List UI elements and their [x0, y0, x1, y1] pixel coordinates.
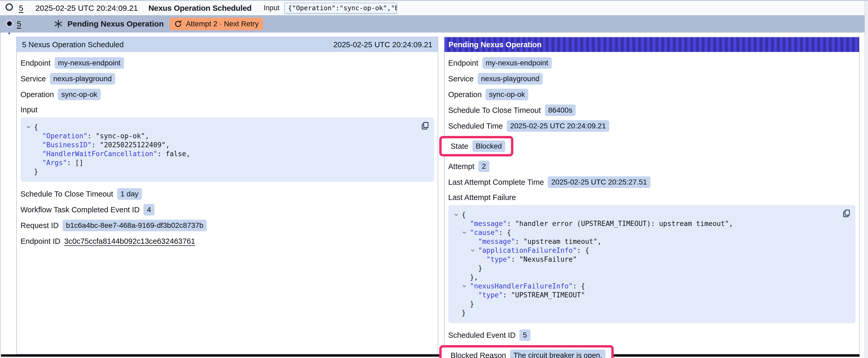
collapse-chevron-icon[interactable]: [470, 246, 478, 255]
last-attempt-failure-label: Last Attempt Failure: [448, 193, 856, 202]
json-line: "nexusHandlerFailureInfo": {: [454, 282, 837, 291]
temporal-event-history-screen: 5 2025-02-25 UTC 20:24:09.21 Nexus Opera…: [0, 0, 868, 358]
json-line: }: [454, 308, 837, 317]
pending-operation-header-title: Pending Nexus Operation: [448, 40, 542, 49]
endpoint-id-label: Endpoint ID: [21, 237, 60, 246]
json-line: },: [454, 273, 837, 282]
pending-schedule-to-close-timeout-label: Schedule To Close Timeout: [448, 106, 541, 115]
collapse-chevron-icon[interactable]: [26, 123, 34, 131]
field-row-scheduled-event-id: Scheduled Event ID5: [448, 329, 856, 341]
pending-operation-row[interactable]: 5 Pending Nexus Operation Attempt 2 · Ne…: [0, 15, 865, 33]
event-detail-fields-bottom: Schedule To Close Timeout1 dayWorkflow T…: [21, 188, 434, 247]
service-value: nexus-playground: [50, 73, 115, 85]
scrollbar[interactable]: [865, 1, 868, 358]
copy-icon: [420, 127, 430, 131]
state-highlight-box: StateBlocked: [439, 136, 513, 156]
request-id-label: Request ID: [21, 221, 59, 230]
blocked-reason-label: Blocked Reason: [451, 351, 506, 358]
input-section-label: Input: [21, 105, 434, 114]
json-line: "message": "upstream timeout",: [454, 237, 837, 246]
copy-button[interactable]: [420, 121, 430, 130]
pending-operation-header: Pending Nexus Operation: [444, 37, 859, 52]
endpoint-value: my-nexus-endpoint: [55, 57, 124, 69]
pending-operation-label: Operation: [448, 90, 482, 99]
json-line: "cause": {: [454, 228, 837, 237]
event-timestamp: 2025-02-25 UTC 20:24:09.21: [35, 4, 138, 12]
pending-operation-title: Pending Nexus Operation: [67, 20, 164, 28]
input-preview-chip[interactable]: {"Operation":"sync-op-ok","BusinessID":"…: [284, 3, 397, 14]
json-line: "Operation": "sync-op-ok",: [26, 131, 415, 140]
pending-endpoint-label: Endpoint: [448, 59, 478, 67]
field-row-last-attempt-complete-time: Last Attempt Complete Time2025-02-25 UTC…: [448, 176, 856, 188]
last-attempt-complete-time-label: Last Attempt Complete Time: [448, 178, 544, 187]
json-line: "message": "handler error (UPSTREAM_TIME…: [454, 219, 837, 228]
event-detail-header-timestamp: 2025-02-25 UTC 20:24:09.21: [333, 40, 432, 49]
pending-operation-fields-bottom: Scheduled Event ID5Blocked ReasonThe cir…: [448, 329, 856, 358]
pending-operation-panel: Pending Nexus Operation Endpointmy-nexus…: [444, 37, 860, 354]
json-line: {: [26, 123, 415, 131]
field-row-endpoint-id: Endpoint ID3c0c75ccfa8144b092c13ce632463…: [21, 235, 434, 247]
collapse-chevron-icon[interactable]: [454, 210, 462, 219]
field-row-state: StateBlocked: [448, 136, 856, 156]
event-summary-row[interactable]: 5 2025-02-25 UTC 20:24:09.21 Nexus Opera…: [0, 1, 865, 15]
pending-operation-fields: Endpointmy-nexus-endpointServicenexus-pl…: [448, 57, 856, 188]
retry-badge-label: Attempt 2 · Next Retry: [186, 20, 258, 28]
schedule-to-close-timeout-label: Schedule To Close Timeout: [21, 190, 113, 198]
schedule-to-close-timeout-value: 1 day: [117, 188, 142, 200]
bottom-divider: [1, 354, 860, 357]
input-json-block: { "Operation": "sync-op-ok", "BusinessID…: [21, 117, 434, 182]
copy-button[interactable]: [842, 209, 851, 218]
field-row-service: Servicenexus-playground: [21, 73, 434, 85]
json-line: "type": "UPSTREAM_TIMEOUT": [454, 291, 837, 299]
blocked-reason-highlight-box: Blocked ReasonThe circuit breaker is ope…: [439, 345, 614, 358]
scheduled-time-label: Scheduled Time: [448, 122, 503, 130]
field-row-pending-schedule-to-close-timeout: Schedule To Close Timeout86400s: [448, 104, 856, 116]
json-line: "type": "NexusFailure": [454, 255, 837, 264]
retry-badge: Attempt 2 · Next Retry: [169, 18, 263, 30]
field-row-scheduled-time: Scheduled Time2025-02-25 UTC 20:24:09.21: [448, 120, 856, 132]
endpoint-id-value[interactable]: 3c0c75ccfa8144b092c13ce632463761: [64, 237, 195, 246]
pending-service-value: nexus-playground: [477, 73, 543, 85]
json-line: "applicationFailureInfo": {: [454, 246, 837, 255]
operation-label: Operation: [21, 90, 54, 99]
field-row-pending-endpoint: Endpointmy-nexus-endpoint: [448, 57, 856, 69]
collapse-chevron-icon[interactable]: [462, 228, 470, 237]
pending-asterisk-icon: [53, 19, 63, 29]
json-line: }: [26, 167, 415, 176]
pending-operation-value: sync-op-ok: [486, 89, 528, 100]
json-line: "HandlerWaitForCancellation": false,: [26, 149, 415, 158]
pending-service-label: Service: [448, 74, 474, 83]
state-value: Blocked: [472, 140, 505, 152]
endpoint-label: Endpoint: [21, 59, 51, 67]
field-row-operation: Operationsync-op-ok: [21, 89, 434, 100]
event-detail-panel: 5 Nexus Operation Scheduled 2025-02-25 U…: [16, 37, 438, 354]
json-line: "BusinessID": "20250225122409",: [26, 140, 415, 149]
event-id-link[interactable]: 5: [19, 4, 23, 12]
event-detail-fields-top: Endpointmy-nexus-endpointServicenexus-pl…: [21, 57, 434, 100]
pending-endpoint-value: my-nexus-endpoint: [482, 57, 552, 69]
json-line: }: [454, 264, 837, 273]
operation-value: sync-op-ok: [58, 89, 101, 100]
last-attempt-complete-time-value: 2025-02-25 UTC 20:25:27.51: [548, 176, 650, 188]
pending-event-id-link[interactable]: 5: [17, 20, 21, 28]
left-border: [0, 1, 1, 358]
failure-json-lines: { "message": "handler error (UPSTREAM_TI…: [454, 210, 837, 317]
attempt-label: Attempt: [448, 162, 474, 171]
blocked-reason-value: The circuit breaker is open.: [510, 350, 606, 358]
field-row-request-id: Request IDb1c6a4bc-8ee7-468a-9169-df3b02…: [21, 220, 434, 231]
scheduled-event-id-label: Scheduled Event ID: [448, 331, 516, 339]
request-id-value: b1c6a4bc-8ee7-468a-9169-df3b02c8737b: [63, 220, 207, 231]
input-json-lines: { "Operation": "sync-op-ok", "BusinessID…: [26, 123, 415, 176]
field-row-attempt: Attempt2: [448, 161, 856, 172]
timeline-node-open-icon[interactable]: [5, 3, 13, 11]
json-line: }: [454, 299, 837, 308]
pending-schedule-to-close-timeout-value: 86400s: [545, 104, 576, 116]
scheduled-time-value: 2025-02-25 UTC 20:24:09.21: [507, 120, 609, 132]
attempt-value: 2: [478, 161, 490, 172]
event-detail-header-title: 5 Nexus Operation Scheduled: [22, 40, 124, 49]
field-row-pending-operation: Operationsync-op-ok: [448, 89, 856, 100]
input-label: Input: [264, 4, 280, 12]
retry-icon: [174, 20, 182, 28]
timeline-node-current-icon[interactable]: [6, 20, 13, 27]
collapse-chevron-icon[interactable]: [462, 282, 470, 291]
